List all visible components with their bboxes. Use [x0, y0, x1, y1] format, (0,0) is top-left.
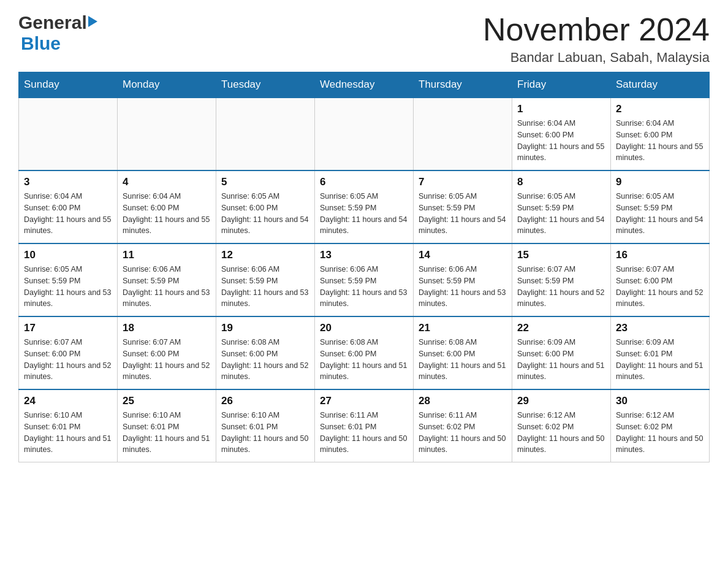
- day-info: Sunrise: 6:09 AM Sunset: 6:01 PM Dayligh…: [616, 337, 704, 383]
- day-info: Sunrise: 6:06 AM Sunset: 5:59 PM Dayligh…: [123, 264, 211, 310]
- calendar-cell: 14Sunrise: 6:06 AM Sunset: 5:59 PM Dayli…: [414, 243, 512, 316]
- calendar-cell: 1Sunrise: 6:04 AM Sunset: 6:00 PM Daylig…: [512, 98, 611, 170]
- day-info: Sunrise: 6:10 AM Sunset: 6:01 PM Dayligh…: [221, 410, 309, 456]
- day-number: 3: [24, 176, 112, 188]
- day-number: 6: [320, 176, 408, 188]
- calendar-week-row: 24Sunrise: 6:10 AM Sunset: 6:01 PM Dayli…: [19, 389, 710, 462]
- location: Bandar Labuan, Sabah, Malaysia: [483, 50, 710, 66]
- calendar-cell: 16Sunrise: 6:07 AM Sunset: 6:00 PM Dayli…: [611, 243, 710, 316]
- day-info: Sunrise: 6:05 AM Sunset: 5:59 PM Dayligh…: [616, 191, 704, 237]
- day-number: 25: [123, 395, 211, 407]
- weekday-header-monday: Monday: [118, 72, 216, 98]
- calendar-table: SundayMondayTuesdayWednesdayThursdayFrid…: [18, 72, 710, 462]
- day-info: Sunrise: 6:05 AM Sunset: 5:59 PM Dayligh…: [517, 191, 605, 237]
- calendar-cell: 24Sunrise: 6:10 AM Sunset: 6:01 PM Dayli…: [19, 389, 118, 462]
- day-number: 13: [320, 249, 408, 261]
- weekday-header-row: SundayMondayTuesdayWednesdayThursdayFrid…: [19, 72, 710, 98]
- day-number: 27: [320, 395, 408, 407]
- day-number: 12: [221, 249, 309, 261]
- calendar-week-row: 17Sunrise: 6:07 AM Sunset: 6:00 PM Dayli…: [19, 316, 710, 389]
- day-info: Sunrise: 6:05 AM Sunset: 5:59 PM Dayligh…: [24, 264, 112, 310]
- day-number: 15: [517, 249, 605, 261]
- day-number: 29: [517, 395, 605, 407]
- calendar-cell: 6Sunrise: 6:05 AM Sunset: 5:59 PM Daylig…: [315, 170, 414, 243]
- calendar-cell: 2Sunrise: 6:04 AM Sunset: 6:00 PM Daylig…: [611, 98, 710, 170]
- day-number: 10: [24, 249, 112, 261]
- calendar-cell: 21Sunrise: 6:08 AM Sunset: 6:00 PM Dayli…: [414, 316, 512, 389]
- day-number: 5: [221, 176, 309, 188]
- day-number: 2: [616, 103, 704, 115]
- day-number: 11: [123, 249, 211, 261]
- day-number: 14: [419, 249, 507, 261]
- day-number: 19: [221, 322, 309, 334]
- day-number: 23: [616, 322, 704, 334]
- calendar-cell: 15Sunrise: 6:07 AM Sunset: 5:59 PM Dayli…: [512, 243, 611, 316]
- calendar-week-row: 3Sunrise: 6:04 AM Sunset: 6:00 PM Daylig…: [19, 170, 710, 243]
- day-info: Sunrise: 6:08 AM Sunset: 6:00 PM Dayligh…: [320, 337, 408, 383]
- logo-blue-text: Blue: [21, 33, 61, 53]
- calendar-cell: 7Sunrise: 6:05 AM Sunset: 5:59 PM Daylig…: [414, 170, 512, 243]
- logo-arrow-icon: [88, 16, 97, 27]
- day-info: Sunrise: 6:06 AM Sunset: 5:59 PM Dayligh…: [320, 264, 408, 310]
- day-number: 16: [616, 249, 704, 261]
- calendar-cell: 23Sunrise: 6:09 AM Sunset: 6:01 PM Dayli…: [611, 316, 710, 389]
- day-info: Sunrise: 6:04 AM Sunset: 6:00 PM Dayligh…: [517, 118, 605, 164]
- day-number: 9: [616, 176, 704, 188]
- calendar-cell: 30Sunrise: 6:12 AM Sunset: 6:02 PM Dayli…: [611, 389, 710, 462]
- calendar-cell: [216, 98, 315, 170]
- day-number: 4: [123, 176, 211, 188]
- day-info: Sunrise: 6:08 AM Sunset: 6:00 PM Dayligh…: [419, 337, 507, 383]
- day-info: Sunrise: 6:06 AM Sunset: 5:59 PM Dayligh…: [419, 264, 507, 310]
- weekday-header-thursday: Thursday: [414, 72, 512, 98]
- logo: General Blue: [18, 12, 97, 54]
- day-info: Sunrise: 6:07 AM Sunset: 6:00 PM Dayligh…: [616, 264, 704, 310]
- weekday-header-saturday: Saturday: [611, 72, 710, 98]
- day-info: Sunrise: 6:06 AM Sunset: 5:59 PM Dayligh…: [221, 264, 309, 310]
- calendar-cell: 25Sunrise: 6:10 AM Sunset: 6:01 PM Dayli…: [118, 389, 216, 462]
- page-header: General Blue November 2024 Bandar Labuan…: [18, 12, 710, 66]
- day-info: Sunrise: 6:04 AM Sunset: 6:00 PM Dayligh…: [616, 118, 704, 164]
- calendar-cell: 4Sunrise: 6:04 AM Sunset: 6:00 PM Daylig…: [118, 170, 216, 243]
- title-block: November 2024 Bandar Labuan, Sabah, Mala…: [483, 12, 710, 66]
- calendar-cell: [19, 98, 118, 170]
- day-number: 26: [221, 395, 309, 407]
- day-info: Sunrise: 6:08 AM Sunset: 6:00 PM Dayligh…: [221, 337, 309, 383]
- day-number: 7: [419, 176, 507, 188]
- day-number: 1: [517, 103, 605, 115]
- calendar-cell: 28Sunrise: 6:11 AM Sunset: 6:02 PM Dayli…: [414, 389, 512, 462]
- day-info: Sunrise: 6:05 AM Sunset: 5:59 PM Dayligh…: [320, 191, 408, 237]
- day-info: Sunrise: 6:11 AM Sunset: 6:02 PM Dayligh…: [419, 410, 507, 456]
- calendar-cell: 26Sunrise: 6:10 AM Sunset: 6:01 PM Dayli…: [216, 389, 315, 462]
- day-info: Sunrise: 6:09 AM Sunset: 6:00 PM Dayligh…: [517, 337, 605, 383]
- calendar-cell: 18Sunrise: 6:07 AM Sunset: 6:00 PM Dayli…: [118, 316, 216, 389]
- calendar-cell: 13Sunrise: 6:06 AM Sunset: 5:59 PM Dayli…: [315, 243, 414, 316]
- day-info: Sunrise: 6:05 AM Sunset: 6:00 PM Dayligh…: [221, 191, 309, 237]
- day-number: 17: [24, 322, 112, 334]
- calendar-cell: 9Sunrise: 6:05 AM Sunset: 5:59 PM Daylig…: [611, 170, 710, 243]
- day-number: 30: [616, 395, 704, 407]
- day-info: Sunrise: 6:07 AM Sunset: 6:00 PM Dayligh…: [24, 337, 112, 383]
- day-info: Sunrise: 6:10 AM Sunset: 6:01 PM Dayligh…: [123, 410, 211, 456]
- day-number: 18: [123, 322, 211, 334]
- calendar-cell: 19Sunrise: 6:08 AM Sunset: 6:00 PM Dayli…: [216, 316, 315, 389]
- day-info: Sunrise: 6:04 AM Sunset: 6:00 PM Dayligh…: [24, 191, 112, 237]
- day-number: 20: [320, 322, 408, 334]
- calendar-cell: 5Sunrise: 6:05 AM Sunset: 6:00 PM Daylig…: [216, 170, 315, 243]
- month-title: November 2024: [483, 12, 710, 47]
- calendar-cell: 12Sunrise: 6:06 AM Sunset: 5:59 PM Dayli…: [216, 243, 315, 316]
- calendar-cell: [118, 98, 216, 170]
- weekday-header-sunday: Sunday: [19, 72, 118, 98]
- weekday-header-tuesday: Tuesday: [216, 72, 315, 98]
- day-info: Sunrise: 6:04 AM Sunset: 6:00 PM Dayligh…: [123, 191, 211, 237]
- logo-general-text: General: [18, 12, 87, 33]
- day-info: Sunrise: 6:10 AM Sunset: 6:01 PM Dayligh…: [24, 410, 112, 456]
- day-info: Sunrise: 6:07 AM Sunset: 6:00 PM Dayligh…: [123, 337, 211, 383]
- calendar-cell: 10Sunrise: 6:05 AM Sunset: 5:59 PM Dayli…: [19, 243, 118, 316]
- day-number: 21: [419, 322, 507, 334]
- weekday-header-friday: Friday: [512, 72, 611, 98]
- day-number: 24: [24, 395, 112, 407]
- day-info: Sunrise: 6:07 AM Sunset: 5:59 PM Dayligh…: [517, 264, 605, 310]
- day-number: 22: [517, 322, 605, 334]
- day-number: 8: [517, 176, 605, 188]
- calendar-week-row: 1Sunrise: 6:04 AM Sunset: 6:00 PM Daylig…: [19, 98, 710, 170]
